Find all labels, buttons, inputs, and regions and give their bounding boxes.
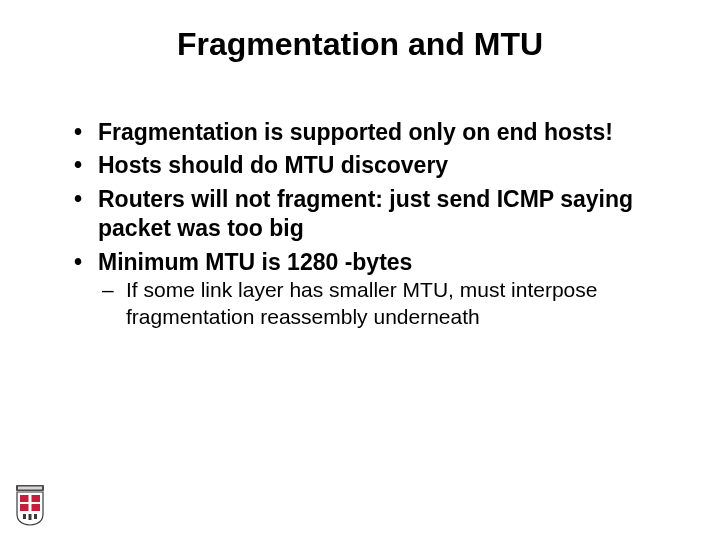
bullet-item: Hosts should do MTU discovery [68,151,668,180]
slide-title: Fragmentation and MTU [0,26,720,63]
svg-rect-7 [29,514,32,520]
svg-rect-6 [23,514,26,519]
bullet-item: Routers will not fragment: just send ICM… [68,185,668,244]
svg-rect-8 [34,514,37,519]
bullet-list: Fragmentation is supported only on end h… [68,118,668,331]
svg-rect-3 [32,495,41,502]
university-shield-logo-icon [14,484,46,526]
bullet-item: Fragmentation is supported only on end h… [68,118,668,147]
sub-bullet-list: If some link layer has smaller MTU, must… [98,277,668,331]
slide-body: Fragmentation is supported only on end h… [68,118,668,335]
bullet-text: Minimum MTU is 1280 -bytes [98,249,412,275]
svg-rect-5 [32,504,41,511]
svg-rect-2 [20,495,29,502]
slide: Fragmentation and MTU Fragmentation is s… [0,0,720,540]
svg-rect-4 [20,504,29,511]
sub-bullet-item: If some link layer has smaller MTU, must… [98,277,668,331]
svg-rect-1 [18,487,42,490]
bullet-item: Minimum MTU is 1280 -bytes If some link … [68,248,668,331]
